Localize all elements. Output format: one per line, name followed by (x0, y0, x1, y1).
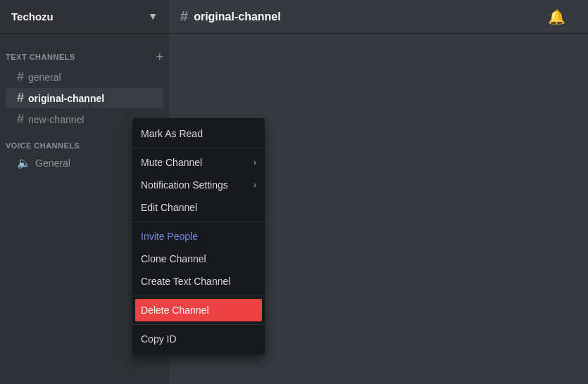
channel-name: general (28, 72, 61, 83)
menu-label: Copy ID (141, 333, 177, 345)
channel-item-general[interactable]: # general (6, 67, 163, 87)
menu-label: Mark As Read (141, 128, 203, 139)
menu-divider (132, 295, 265, 296)
channel-header: # original-channel 🔔 (169, 8, 588, 25)
channel-hash-icon: # (180, 8, 188, 25)
menu-item-copy-id[interactable]: Copy ID (132, 328, 265, 350)
menu-item-clone-channel[interactable]: Clone Channel (132, 248, 265, 270)
speaker-icon: 🔈 (17, 156, 31, 169)
menu-label: Mute Channel (141, 157, 202, 168)
channel-name: General (35, 158, 70, 169)
chevron-right-icon: › (254, 180, 256, 190)
menu-divider (132, 324, 265, 325)
server-header[interactable]: Techozu ▼ (0, 0, 169, 34)
voice-channels-label: VOICE CHANNELS (6, 141, 80, 150)
menu-item-notification-settings[interactable]: Notification Settings › (132, 174, 265, 196)
channel-header-name: original-channel (194, 11, 281, 23)
menu-divider (132, 222, 265, 222)
menu-label: Edit Channel (141, 202, 197, 213)
menu-label: Clone Channel (141, 253, 206, 264)
context-menu: Mark As Read Mute Channel › Notification… (132, 118, 265, 354)
menu-item-invite-people[interactable]: Invite People (132, 225, 265, 248)
hash-icon: # (17, 112, 24, 127)
chevron-down-icon: ▼ (148, 11, 158, 22)
chevron-right-icon: › (254, 158, 256, 167)
menu-label: Create Text Channel (141, 276, 230, 287)
sidebar: TEXT CHANNELS + # general # original-cha… (0, 34, 169, 384)
text-channels-section-header[interactable]: TEXT CHANNELS + (0, 39, 169, 66)
hash-icon: # (17, 70, 24, 84)
bell-icon[interactable]: 🔔 (548, 8, 565, 25)
menu-label: Invite People (141, 231, 198, 242)
menu-item-mark-as-read[interactable]: Mark As Read (132, 122, 265, 145)
menu-divider (132, 148, 265, 148)
menu-item-create-text-channel[interactable]: Create Text Channel (132, 270, 265, 293)
menu-item-mute-channel[interactable]: Mute Channel › (132, 151, 265, 174)
menu-label: Delete Channel (141, 305, 209, 316)
channel-item-original-channel[interactable]: # original-channel (6, 88, 163, 108)
main-layout: TEXT CHANNELS + # general # original-cha… (0, 34, 588, 384)
server-name: Techozu (11, 11, 54, 23)
app-header: Techozu ▼ # original-channel 🔔 (0, 0, 588, 34)
menu-item-delete-channel[interactable]: Delete Channel (135, 299, 262, 321)
channel-name: original-channel (28, 93, 104, 104)
add-text-channel-button[interactable]: + (156, 51, 163, 63)
text-channels-label: TEXT CHANNELS (6, 53, 75, 61)
menu-label: Notification Settings (141, 179, 228, 191)
menu-item-edit-channel[interactable]: Edit Channel (132, 196, 265, 219)
hash-icon: # (17, 91, 24, 105)
channel-name: new-channel (28, 114, 84, 125)
